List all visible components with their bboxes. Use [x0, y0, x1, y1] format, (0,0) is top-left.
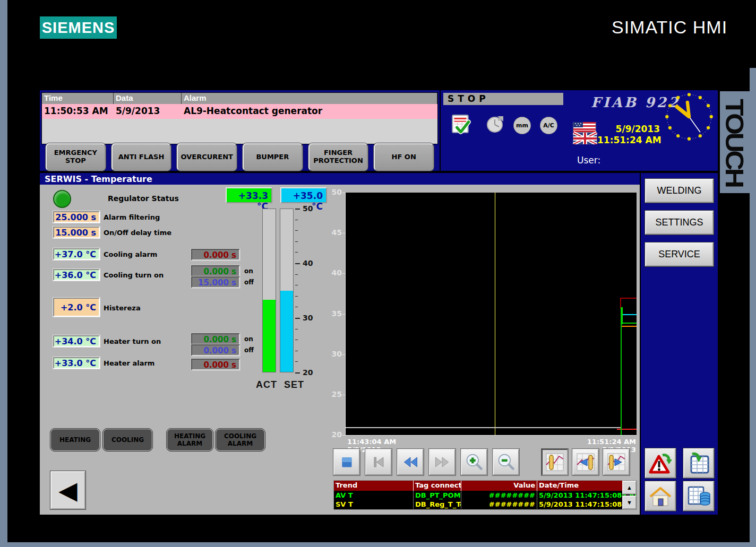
- alarm-row-date: 5/9/2013: [114, 104, 182, 119]
- trend-row-1-tag: DB_Reg_T_Te...: [414, 500, 461, 509]
- log-refresh-button[interactable]: [683, 448, 714, 478]
- time-display: 11:51:24 AM: [597, 135, 660, 146]
- scroll-up-button[interactable]: ▲: [622, 481, 637, 494]
- language-flag-icon: [572, 122, 598, 144]
- bar-scale-tick: [295, 318, 300, 319]
- trend-row-0[interactable]: AV T DB_PT_POM ######## 5/9/2013 11:47:1…: [334, 491, 637, 500]
- alarm-row-time: 11:50:53 AM: [42, 104, 114, 119]
- back-button[interactable]: ◀: [50, 471, 85, 509]
- alarm-ack-table-button[interactable]: [450, 114, 471, 137]
- bar-scale: 20304050: [295, 209, 314, 372]
- histereza-field[interactable]: +2.0 °C: [53, 298, 100, 317]
- trend-segment: [620, 298, 637, 299]
- siemens-logo: SIEMENS: [40, 16, 117, 39]
- back-icon: ◀: [58, 478, 77, 502]
- trend-zoom-in-button[interactable]: [461, 449, 487, 475]
- cooling-turn-on-field[interactable]: +36.0 °C: [53, 269, 100, 281]
- trend-row-0-tag: DB_PT_POM: [414, 491, 461, 500]
- scroll-up-icon: ▲: [626, 484, 632, 491]
- trend-table-scrollbar: ▲ ▼: [622, 481, 637, 509]
- anti-flash-button[interactable]: ANTI FLASH: [111, 143, 171, 171]
- trend-segment: [621, 323, 637, 324]
- trend-zoom-out-button[interactable]: [493, 449, 519, 475]
- trend-end-time: 11:51:24 AM: [578, 438, 636, 446]
- alarm-filtering-field[interactable]: 25.000 s: [53, 211, 100, 223]
- scroll-down-button[interactable]: ▼: [622, 496, 637, 509]
- log-refresh-icon: [687, 452, 710, 474]
- trend-segment: [346, 427, 621, 428]
- heating-button[interactable]: HEATING: [50, 429, 100, 451]
- cooling-alarm-timer: 0.000 s: [191, 249, 240, 261]
- zoom-out-icon: [496, 453, 516, 472]
- overcurrent-button[interactable]: OVERCURENT: [177, 143, 237, 171]
- bar-scale-tick: [295, 296, 298, 297]
- cooling-alarm-field[interactable]: +37.0 °C: [53, 248, 100, 260]
- settings-button[interactable]: SETTINGS: [645, 211, 714, 235]
- trend-row-1[interactable]: SV T DB_Reg_T_Te... ######## 5/9/2013 11…: [334, 500, 637, 509]
- cooling-alarm-button[interactable]: COOLING ALARM: [216, 429, 265, 451]
- onoff-delay-field[interactable]: 15.000 s: [53, 227, 100, 238]
- bar-scale-tick: [295, 351, 298, 351]
- trend-skip-start-button[interactable]: [365, 449, 392, 475]
- trend-y-tick: 30: [332, 350, 342, 358]
- bar-scale-label: 50: [303, 204, 313, 213]
- interlock-button-row: EMRGENCY STOP ANTI FLASH OVERCURENT BUMP…: [40, 143, 440, 171]
- trend-stop-button[interactable]: [333, 449, 360, 475]
- siemens-logo-text: SIEMENS: [42, 19, 115, 37]
- act-label: ACT: [256, 379, 277, 390]
- cooling-button[interactable]: COOLING: [103, 429, 152, 451]
- analog-clock-icon: [664, 91, 715, 142]
- finger-protection-button[interactable]: FINGER PROTECTION: [308, 143, 368, 171]
- service-button[interactable]: SERVICE: [645, 242, 714, 266]
- trend-table: Trend Tag connection Value Date/Time AV …: [333, 480, 637, 510]
- bar-scale-tick: [295, 372, 300, 374]
- alarm-table: Time Data Alarm 11:50:53 AM 5/9/2013 AL9…: [41, 92, 438, 144]
- alarm-filtering-label: Alarm filtering: [104, 213, 160, 221]
- heater-alarm-field[interactable]: +33.0 °C: [53, 357, 100, 369]
- machine-state-banner: STOP: [443, 93, 563, 105]
- trend-ruler-button[interactable]: [542, 449, 568, 475]
- clock-history-button[interactable]: [486, 115, 504, 136]
- bar-scale-tick: [295, 274, 298, 275]
- heating-alarm-button[interactable]: HEATING ALARM: [167, 429, 213, 451]
- trend-y-tick: 20: [332, 430, 342, 439]
- bar-scale-tick: [295, 220, 298, 220]
- trend-forward-button[interactable]: [429, 449, 456, 475]
- touch-label: TOUCH: [720, 99, 750, 186]
- touch-badge: TOUCH: [720, 91, 750, 193]
- heater-off-timer: 0.000 s: [191, 344, 240, 356]
- unit-ac-button[interactable]: A/C: [540, 117, 557, 134]
- trend-ruler-right-button[interactable]: [603, 449, 630, 475]
- welding-button[interactable]: WELDING: [645, 179, 714, 203]
- trend-ruler-left-button[interactable]: [572, 449, 599, 475]
- data-log-button[interactable]: [683, 481, 714, 511]
- bar-scale-tick: [295, 307, 298, 307]
- regulator-status-led: [53, 190, 71, 208]
- heater-alarm-timer: 0.000 s: [191, 359, 240, 370]
- set-bar-fill: [280, 291, 293, 372]
- alarm-col-alarm: Alarm: [182, 93, 437, 104]
- alarm-acknowledge-button[interactable]: [645, 448, 676, 478]
- act-display: +33.3 °C: [226, 187, 272, 203]
- trend-segment: [621, 314, 637, 315]
- bar-scale-tick: [295, 285, 298, 285]
- trend-y-tick: 40: [332, 268, 342, 277]
- alarm-row[interactable]: 11:50:53 AM 5/9/2013 AL9-Heatcontact gen…: [42, 104, 437, 119]
- cooling-off-label: off: [244, 279, 254, 286]
- unit-mm-button[interactable]: mm: [513, 117, 531, 134]
- trend-y-tick: 35: [332, 309, 342, 318]
- emergency-stop-button[interactable]: EMRGENCY STOP: [46, 143, 106, 171]
- trend-row-0-value: ########: [461, 491, 537, 500]
- heater-turn-on-field[interactable]: +34.0 °C: [53, 335, 100, 347]
- alarm-table-empty: [42, 119, 437, 144]
- hf-on-button[interactable]: HF ON: [374, 143, 434, 171]
- language-flag-button[interactable]: [572, 122, 598, 146]
- trend-row-1-datetime: 5/9/2013 11:47:15:084 AM: [537, 500, 637, 509]
- cooling-on-timer: 0.000 s: [191, 265, 240, 277]
- home-button[interactable]: [645, 481, 676, 511]
- trend-rewind-button[interactable]: [397, 449, 424, 475]
- trend-segment: [617, 429, 637, 430]
- trend-gridline: [495, 193, 495, 435]
- alarm-col-data: Data: [114, 93, 182, 104]
- bumper-button[interactable]: BUMPER: [243, 143, 303, 171]
